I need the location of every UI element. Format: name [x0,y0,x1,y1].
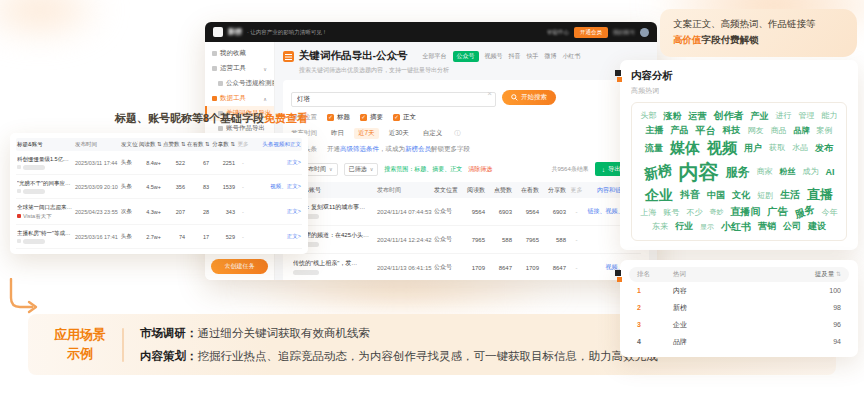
filter-select[interactable]: 已筛选∨ [344,163,379,176]
column-header[interactable]: 阅读数 [460,182,487,198]
table-row[interactable]: 主播私房"特一"等成记录式… 2025/03/16 17:41 头条 2.7w+… [16,225,302,249]
cloud-word[interactable]: 营销 [758,221,776,232]
column-header[interactable]: 更多 [568,182,585,198]
platform-tab[interactable]: 视频号 [485,52,503,61]
cloud-word[interactable]: 建设 [808,221,826,232]
cloud-word[interactable]: 今年 [822,208,838,218]
search-button[interactable]: 开始搜索 [502,90,556,105]
sidebar-item[interactable]: 我的收藏 [205,46,274,61]
keyword-input[interactable] [291,92,496,107]
cloud-word[interactable]: 能力 [822,111,838,121]
cloud-word[interactable]: 小红书 [721,221,751,234]
table-row[interactable]: 全球第一阔口志愿来中国… Vista看天下 2025/04/23 23:55 次… [16,199,302,225]
platform-tab[interactable]: 全部平台 [423,52,447,61]
cloud-word[interactable]: 短剧 [757,191,773,201]
column-header[interactable]: 点赞数 [487,182,514,198]
checkbox-option[interactable]: ✓ 摘要 [360,113,383,122]
platform-tab[interactable]: 快手 [527,52,539,61]
column-header[interactable]: 发布时间 [375,182,432,198]
cloud-word[interactable]: 奇妙 [710,208,724,217]
column-header[interactable]: 分享数 ⇅ [210,138,236,151]
cloud-word[interactable]: 产业 [751,111,769,122]
table-row[interactable]: 科创慢慢量级1.5亿，说的4… 2025/03/11 17:44 头条 8.4w… [16,151,302,175]
cloud-word[interactable]: 中国 [707,190,725,201]
cloud-word[interactable]: 主播 [646,125,664,136]
cloud-word[interactable]: 直播 [807,187,833,203]
cloud-word[interactable]: 成为 [803,167,819,177]
column-header[interactable]: 发文位置 [120,138,138,151]
cloud-word[interactable]: 上海 [641,208,657,218]
cloud-word[interactable]: 行业 [675,221,693,232]
cloud-word[interactable]: 品牌 [794,126,810,136]
rank-row[interactable]: 1 内容 100 [629,282,849,299]
cloud-word[interactable]: 媒体 [670,139,700,158]
cloud-word[interactable]: AI [826,167,835,178]
content-links[interactable]: 正文> [250,155,302,171]
cloud-word[interactable]: 获取 [769,143,785,153]
time-pill[interactable]: 昨日 [327,128,348,139]
platform-tab[interactable]: 微博 [545,52,557,61]
column-header[interactable]: 更多 [236,138,250,151]
cloud-word[interactable]: 广告 [768,206,788,219]
cloud-word[interactable]: 公司 [783,221,801,232]
advanced-filter-link[interactable]: 高级筛选条件 [340,145,379,152]
cloud-word[interactable]: 流量 [645,143,663,154]
cloud-word[interactable]: 涨粉 [664,111,682,122]
cloud-word[interactable]: 商品 [771,126,787,136]
cloud-word[interactable]: 文化 [732,190,750,201]
cloud-word[interactable]: 用户 [744,143,762,154]
column-header[interactable]: 发布时间 [74,138,120,151]
rank-row[interactable]: 3 企业 96 [629,316,849,333]
table-row[interactable]: "光膀不干"的回事应该来… 2025/03/09 20:10 头条 4.5w+ … [16,175,302,199]
cloud-word[interactable]: 创作者 [714,110,744,123]
clear-filter-button[interactable]: 清除筛选 [468,165,492,174]
work-title[interactable]: 主播私房"特一"等成记录式… [17,230,73,237]
info-icon[interactable]: ⓘ [454,129,460,138]
rank-row[interactable]: 4 品牌 94 [629,333,849,350]
time-pill[interactable]: 自定义 [419,128,447,139]
cloud-word[interactable]: 生活 [780,189,800,202]
cloud-word[interactable]: 服务 [793,203,816,221]
column-header[interactable]: 点赞数 ⇅ [162,138,186,151]
cloud-word[interactable]: 企业 [645,187,673,205]
cloud-word[interactable]: 头部 [641,111,657,121]
sidebar-item[interactable]: 公众号违规检测服务 [205,76,274,91]
cloud-word[interactable]: 网友 [748,126,764,136]
platform-tab[interactable]: 抖音 [509,52,521,61]
column-header[interactable]: 头条视频和正文 [250,138,302,151]
cloud-word[interactable]: 水晶 [792,143,808,153]
cloud-word[interactable]: 视频 [707,139,737,158]
column-header[interactable]: 阅读数 ⇅ [138,138,162,151]
vip-link[interactable]: 新榜会员 [405,145,431,152]
open-vip-button[interactable]: 开通会员 [574,27,608,38]
cloud-word[interactable]: 商家 [757,167,773,177]
cloud-word[interactable]: 服务 [726,165,750,180]
cloud-word[interactable]: 直播间 [731,206,761,219]
rank-row[interactable]: 2 新榜 98 [629,299,849,316]
platform-tab[interactable]: 公众号 [453,51,479,62]
cloud-word[interactable]: 管理 [799,111,815,121]
cloud-word[interactable]: 显示 [700,223,714,232]
cloud-word[interactable]: 进行 [776,111,792,121]
cloud-word[interactable]: 抖音 [680,189,700,202]
work-title[interactable]: 全球第一阔口志愿来中国… [17,204,73,211]
cloud-word[interactable]: 运营 [689,111,707,122]
sidebar-item[interactable]: 数据工具 ∧ [205,91,274,106]
cloud-word[interactable]: 平台 [696,125,716,138]
column-header[interactable]: 在看数 ⇅ [186,138,210,151]
help-link[interactable]: 帮助中心 [547,29,569,36]
sidebar-item[interactable]: 运营工具 ∨ [205,61,274,76]
user-avatar[interactable] [640,28,649,37]
cloud-word[interactable]: 不少 [687,208,703,218]
checkbox-option[interactable]: ✓ 标题 [327,113,350,122]
platform-tab[interactable]: 小红书 [563,52,581,61]
cloud-word[interactable]: 内容 [679,160,719,185]
work-title[interactable]: 传统的"线上相亲"，发… [293,259,373,268]
cloud-word[interactable]: 新榜 [642,161,673,184]
table-row[interactable]: 一公里的频道：在425小头… 2024/11/14 12:24:42 公众号 7… [291,226,641,254]
user-name[interactable]: 我的账号 [613,29,635,36]
content-links[interactable]: 正文> [250,204,302,220]
column-header[interactable]: 标题&账号 [16,138,74,151]
column-header[interactable]: 在看数 [514,182,541,198]
time-pill[interactable]: 近30天 [385,128,413,139]
